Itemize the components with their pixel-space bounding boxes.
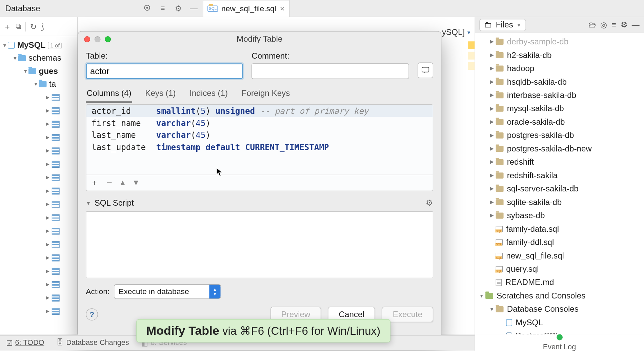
list-item[interactable]: postgres-sakila-db-new bbox=[507, 144, 592, 153]
chevron-down-icon: ▼ bbox=[466, 30, 471, 35]
list-item[interactable]: sqlite-sakila-db bbox=[507, 198, 562, 207]
list-item[interactable]: MySQL bbox=[516, 318, 543, 327]
expand-comment-button[interactable] bbox=[418, 63, 433, 78]
chevron-down-icon[interactable]: ▼ bbox=[12, 56, 18, 61]
table-row[interactable]: ▶ bbox=[0, 117, 77, 130]
list-item[interactable]: oracle-sakila-db bbox=[507, 117, 565, 127]
column-row[interactable]: actor_id smallint(5) unsigned -- part of… bbox=[86, 105, 433, 117]
editor-tab-label: new_sql_file.sql bbox=[221, 4, 276, 13]
database-toolbar: ＋ ⧉ ↻ ⟆ bbox=[0, 17, 77, 36]
list-item[interactable]: redshift bbox=[507, 157, 534, 167]
help-button[interactable]: ? bbox=[86, 308, 98, 321]
window-close-icon[interactable] bbox=[84, 36, 90, 42]
folder-icon bbox=[496, 52, 504, 58]
tab-foreign-keys[interactable]: Foreign Keys bbox=[241, 87, 291, 103]
table-row[interactable]: ▶ bbox=[0, 264, 77, 277]
list-item[interactable]: postgres-sakila-db bbox=[507, 130, 574, 140]
table-row[interactable]: ▶ bbox=[0, 144, 77, 157]
close-icon[interactable]: ✕ bbox=[280, 5, 285, 12]
database-tree[interactable]: ▼ MySQL 1 of ▼ schemas ▼ gues ▼ ta ▶ ▶ bbox=[0, 36, 77, 318]
table-row[interactable]: ▶ bbox=[0, 131, 77, 144]
target-icon[interactable] bbox=[143, 4, 151, 13]
table-row[interactable]: ▶ bbox=[0, 291, 77, 304]
list-item[interactable]: sql-server-sakila-db bbox=[507, 184, 579, 193]
chevron-down-icon[interactable]: ▼ bbox=[33, 82, 39, 87]
sql-script-area[interactable] bbox=[86, 211, 433, 278]
add-icon[interactable]: ＋ bbox=[3, 21, 11, 32]
table-row[interactable]: ▶ bbox=[0, 90, 77, 104]
target-icon[interactable]: ◎ bbox=[600, 20, 607, 30]
list-item[interactable]: PostgreSQL bbox=[516, 331, 560, 334]
table-row[interactable]: ▶ bbox=[0, 198, 77, 211]
gear-icon[interactable]: ⚙ bbox=[621, 20, 627, 30]
event-log-button[interactable]: Event Log bbox=[475, 334, 644, 351]
table-row[interactable]: ▶ bbox=[0, 251, 77, 264]
list-item[interactable]: hsqldb-sakila-db bbox=[507, 77, 567, 86]
list-item[interactable]: new_sql_file.sql bbox=[506, 251, 564, 260]
copy-icon[interactable]: ⧉ bbox=[16, 22, 21, 31]
folder-icon bbox=[496, 172, 504, 179]
tab-indices[interactable]: Indices (1) bbox=[189, 87, 229, 103]
table-row[interactable]: ▶ bbox=[0, 305, 77, 318]
list-item[interactable]: mysql-sakila-db bbox=[507, 104, 564, 113]
table-row[interactable]: ▶ bbox=[0, 278, 77, 291]
table-row[interactable]: ▶ bbox=[0, 211, 77, 224]
table-row[interactable]: ▶ bbox=[0, 158, 77, 171]
database-changes-button[interactable]: 🗄Database Changes bbox=[50, 338, 135, 347]
open-folder-icon[interactable]: 🗁 bbox=[588, 21, 596, 30]
count-pill: 1 of bbox=[48, 42, 62, 49]
comment-input[interactable] bbox=[251, 63, 409, 79]
list-item[interactable]: Database Consoles bbox=[507, 304, 579, 314]
folder-icon bbox=[496, 79, 504, 85]
collapse-icon[interactable]: ≡ bbox=[159, 4, 166, 13]
list-item[interactable]: Scratches and Consoles bbox=[497, 291, 585, 301]
files-selector[interactable]: 🗀 Files ▼ bbox=[479, 19, 526, 31]
column-row[interactable]: last_name varchar(45) bbox=[86, 129, 433, 141]
session-selector[interactable]: ySQL] ▼ bbox=[442, 27, 471, 37]
list-item[interactable]: h2-sakila-db bbox=[507, 50, 552, 60]
action-select[interactable]: Execute in database ▲▼ bbox=[114, 284, 221, 299]
add-column-icon[interactable]: ＋ bbox=[90, 178, 98, 188]
table-row[interactable]: ▶ bbox=[0, 184, 77, 198]
list-item[interactable]: redshift-sakila bbox=[507, 171, 558, 180]
gear-icon[interactable]: ⚙ bbox=[426, 198, 433, 208]
list-item[interactable]: family-data.sql bbox=[506, 224, 559, 234]
table-row[interactable]: ▶ bbox=[0, 238, 77, 251]
select-arrows-icon: ▲▼ bbox=[209, 285, 220, 298]
table-icon bbox=[52, 187, 60, 194]
todo-tool-button[interactable]: ☑6: TODO bbox=[0, 338, 50, 348]
minimize-icon[interactable]: — bbox=[632, 21, 640, 30]
tab-columns[interactable]: Columns (4) bbox=[86, 87, 132, 103]
list-item[interactable]: README.md bbox=[505, 277, 554, 287]
collapse-icon[interactable]: ≡ bbox=[611, 21, 616, 30]
table-row[interactable]: ▶ bbox=[0, 224, 77, 238]
chevron-down-icon[interactable]: ▼ bbox=[86, 200, 91, 206]
list-item[interactable]: interbase-sakila-db bbox=[507, 90, 576, 100]
list-item[interactable]: family-ddl.sql bbox=[506, 238, 554, 247]
move-down-icon: ▼ bbox=[134, 178, 138, 188]
chevron-down-icon[interactable]: ▼ bbox=[22, 68, 28, 74]
column-row[interactable]: last_update timestamp default CURRENT_TI… bbox=[86, 141, 433, 153]
window-zoom-icon[interactable] bbox=[105, 36, 111, 42]
table-row[interactable]: ▶ bbox=[0, 171, 77, 184]
files-tree[interactable]: ▶derby-sample-db ▶h2-sakila-db ▶hadoop ▶… bbox=[475, 33, 644, 334]
refresh-icon[interactable]: ↻ bbox=[30, 22, 37, 31]
list-item[interactable]: query.sql bbox=[506, 264, 539, 274]
comment-label: Comment: bbox=[251, 51, 409, 61]
chevron-down-icon[interactable]: ▼ bbox=[2, 43, 8, 48]
list-item[interactable]: derby-sample-db bbox=[507, 37, 569, 46]
table-row[interactable]: ▶ bbox=[0, 104, 77, 117]
column-row[interactable]: first_name varchar(45) bbox=[86, 117, 433, 129]
list-item[interactable]: hadoop bbox=[507, 64, 535, 73]
columns-list[interactable]: actor_id smallint(5) unsigned -- part of… bbox=[86, 104, 433, 191]
datasource-label: MySQL bbox=[17, 41, 45, 50]
gear-icon[interactable]: ⚙ bbox=[174, 4, 182, 13]
datasource-icon bbox=[8, 42, 15, 48]
list-item[interactable]: sybase-db bbox=[507, 211, 545, 220]
window-minimize-icon[interactable] bbox=[95, 36, 101, 42]
editor-tab[interactable]: SQL new_sql_file.sql ✕ bbox=[203, 0, 289, 17]
minimize-icon[interactable]: — bbox=[190, 4, 198, 13]
table-name-input[interactable] bbox=[86, 63, 243, 79]
filter-icon[interactable]: ⟆ bbox=[41, 22, 44, 31]
tab-keys[interactable]: Keys (1) bbox=[144, 87, 177, 103]
